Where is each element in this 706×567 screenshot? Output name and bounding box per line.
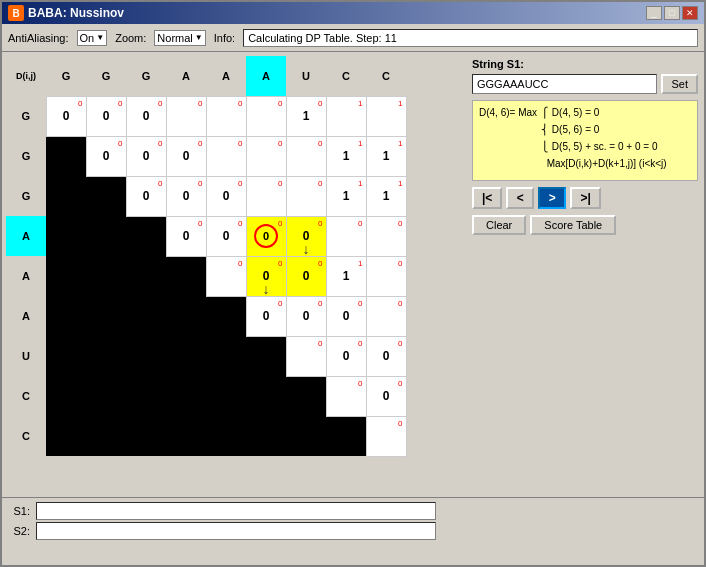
matrix-container: D(i,j) G G G A A A U C C xyxy=(6,56,466,457)
row-0: G 0 0 0 0 0 0 xyxy=(6,96,406,136)
cell-5-4 xyxy=(206,296,246,336)
row-4: A 0 0 0 ↓ xyxy=(6,256,406,296)
cell-3-7: 0 xyxy=(326,216,366,256)
cell-6-7: 0 0 xyxy=(326,336,366,376)
cell-4-8: 0 xyxy=(366,256,406,296)
string-s1-input[interactable] xyxy=(472,74,657,94)
zoom-label: Zoom: xyxy=(115,32,146,44)
cell-5-0 xyxy=(46,296,86,336)
col-header-2: G xyxy=(126,56,166,96)
cell-5-2 xyxy=(126,296,166,336)
cell-1-0 xyxy=(46,136,86,176)
cell-7-4 xyxy=(206,376,246,416)
s2-sequence-input[interactable] xyxy=(36,522,436,540)
cell-7-1 xyxy=(86,376,126,416)
cell-6-2 xyxy=(126,336,166,376)
cell-5-8: 0 xyxy=(366,296,406,336)
cell-3-1 xyxy=(86,216,126,256)
eq-line-4: Max[D(i,k)+D(k+1,j)] (i<k<j) xyxy=(541,156,667,172)
antialiasing-arrow: ▼ xyxy=(96,33,104,42)
cell-2-5: 0 xyxy=(246,176,286,216)
zoom-arrow: ▼ xyxy=(195,33,203,42)
score-table-button[interactable]: Score Table xyxy=(530,215,616,235)
col-header-5: A xyxy=(246,56,286,96)
cell-2-7: 1 1 xyxy=(326,176,366,216)
row-header-3: A xyxy=(6,216,46,256)
cell-8-1 xyxy=(86,416,126,456)
cell-8-2 xyxy=(126,416,166,456)
cell-8-6 xyxy=(286,416,326,456)
row-2: G 0 0 0 0 0 xyxy=(6,176,406,216)
maximize-button[interactable]: □ xyxy=(664,6,680,20)
cell-7-0 xyxy=(46,376,86,416)
cell-3-3: 0 0 xyxy=(166,216,206,256)
dp-table: D(i,j) G G G A A A U C C xyxy=(6,56,407,457)
equation-d45: D(4, 6)= Max xyxy=(479,105,537,121)
s1-sequence-input[interactable] xyxy=(36,502,436,520)
app-icon: B xyxy=(8,5,24,21)
cell-6-4 xyxy=(206,336,246,376)
cell-0-7: 1 xyxy=(326,96,366,136)
cell-0-0: 0 0 xyxy=(46,96,86,136)
cell-4-3 xyxy=(166,256,206,296)
cell-0-5: 0 xyxy=(246,96,286,136)
toolbar: AntiAliasing: On ▼ Zoom: Normal ▼ Info: … xyxy=(2,24,704,52)
cell-5-3 xyxy=(166,296,206,336)
action-buttons: Clear Score Table xyxy=(472,215,698,235)
cell-0-3: 0 xyxy=(166,96,206,136)
cell-2-8: 1 1 xyxy=(366,176,406,216)
string-input-row: Set xyxy=(472,74,698,94)
cell-2-3: 0 0 xyxy=(166,176,206,216)
col-header-0: G xyxy=(46,56,86,96)
cell-1-7: 1 1 xyxy=(326,136,366,176)
close-button[interactable]: ✕ xyxy=(682,6,698,20)
antialiasing-label: AntiAliasing: xyxy=(8,32,69,44)
cell-1-3: 0 0 xyxy=(166,136,206,176)
cell-4-5: 0 0 ↓ xyxy=(246,256,286,296)
cell-4-1 xyxy=(86,256,126,296)
string-s1-label: String S1: xyxy=(472,58,698,70)
antialiasing-select[interactable]: On ▼ xyxy=(77,30,108,46)
row-8: C 0 xyxy=(6,416,406,456)
nav-buttons: |< < > >| xyxy=(472,187,698,209)
eq-line-2: ⎨ D(5, 6) = 0 xyxy=(541,122,667,138)
cell-7-7: 0 xyxy=(326,376,366,416)
zoom-select[interactable]: Normal ▼ xyxy=(154,30,205,46)
row-header-8: C xyxy=(6,416,46,456)
next-button[interactable]: > xyxy=(538,187,566,209)
row-5: A 0 0 0 0 xyxy=(6,296,406,336)
row-header-7: C xyxy=(6,376,46,416)
cell-0-2: 0 0 xyxy=(126,96,166,136)
cell-0-8: 1 xyxy=(366,96,406,136)
cell-1-2: 0 0 xyxy=(126,136,166,176)
prev-button[interactable]: < xyxy=(506,187,534,209)
cell-4-2 xyxy=(126,256,166,296)
window-title: BABA: Nussinov xyxy=(28,6,124,20)
corner-header: D(i,j) xyxy=(6,56,46,96)
cell-2-2: 0 0 xyxy=(126,176,166,216)
row-header-1: G xyxy=(6,136,46,176)
cell-7-8: 0 0 xyxy=(366,376,406,416)
cell-6-8: 0 0 xyxy=(366,336,406,376)
row-7: C 0 0 xyxy=(6,376,406,416)
cell-2-6: 0 xyxy=(286,176,326,216)
cell-8-8: 0 xyxy=(366,416,406,456)
minimize-button[interactable]: _ xyxy=(646,6,662,20)
cell-5-1 xyxy=(86,296,126,336)
clear-button[interactable]: Clear xyxy=(472,215,526,235)
last-button[interactable]: >| xyxy=(570,187,600,209)
cell-2-4: 0 0 xyxy=(206,176,246,216)
set-button[interactable]: Set xyxy=(661,74,698,94)
col-header-7: C xyxy=(326,56,366,96)
first-button[interactable]: |< xyxy=(472,187,502,209)
info-label: Info: xyxy=(214,32,235,44)
cell-4-6: 0 0 xyxy=(286,256,326,296)
cell-1-8: 1 1 xyxy=(366,136,406,176)
s1-row: S1: xyxy=(8,502,698,520)
cell-7-6 xyxy=(286,376,326,416)
cell-2-0 xyxy=(46,176,86,216)
cell-1-5: 0 xyxy=(246,136,286,176)
main-content: D(i,j) G G G A A A U C C xyxy=(2,52,704,497)
cell-5-5: 0 0 xyxy=(246,296,286,336)
string-section: String S1: Set xyxy=(472,58,698,94)
